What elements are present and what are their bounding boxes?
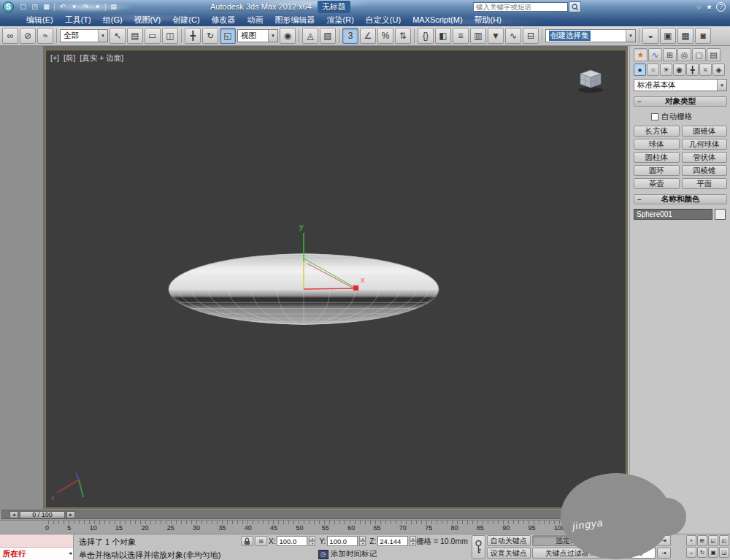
menu-item[interactable]: 自定义(U) — [360, 13, 407, 26]
keyboard-override-icon[interactable]: ▧ — [320, 28, 336, 44]
help-icon[interactable]: ? — [716, 2, 726, 12]
layer-manager-icon[interactable]: ▥ — [470, 28, 486, 44]
object-type-button[interactable]: 长方体 — [634, 126, 680, 137]
listener-scroll-icon[interactable]: ◂ — [69, 550, 72, 556]
reference-coordinate-dropdown[interactable]: 视图 ▾ — [237, 29, 278, 42]
select-and-link-icon[interactable]: ∞ — [2, 28, 18, 44]
object-name-input[interactable] — [634, 209, 712, 220]
undo-menu-icon[interactable]: ▾ — [69, 1, 80, 12]
key-mode-toggle-icon[interactable]: ♦ — [611, 548, 625, 559]
z-spinner[interactable]: ▲▼ — [410, 536, 416, 546]
absolute-mode-icon[interactable]: ⊞ — [255, 536, 267, 546]
y-coordinate-field[interactable] — [327, 536, 358, 546]
schematic-view-icon[interactable]: ⊟ — [523, 28, 539, 44]
go-to-end-icon[interactable]: ⇥ — [657, 535, 671, 546]
x-coordinate-field[interactable] — [277, 536, 307, 546]
menu-item[interactable]: 视图(V) — [128, 13, 167, 26]
bind-to-space-warp-icon[interactable]: ≈ — [37, 28, 53, 44]
set-key-button[interactable]: 设置关键点 — [487, 548, 531, 559]
zoom-extents-icon[interactable]: ◱ — [708, 535, 718, 546]
menu-item[interactable]: 编辑(E) — [20, 13, 59, 26]
tab-hierarchy[interactable]: ⊞ — [663, 48, 677, 61]
snap-toggle-3d-icon[interactable]: 3 — [342, 28, 358, 44]
select-object-icon[interactable]: ↖ — [110, 28, 126, 44]
graphite-ribbon-icon[interactable]: ▼ — [488, 28, 504, 44]
edit-named-selection-sets-icon[interactable]: {} — [418, 28, 434, 44]
redo-menu-icon[interactable]: ▾ — [92, 1, 103, 12]
previous-frame-arrow[interactable]: ◂ — [9, 511, 18, 518]
save-file-icon[interactable]: ▦ — [41, 1, 52, 12]
tab-create[interactable]: ★ — [634, 48, 648, 61]
menu-item[interactable]: 创建(C) — [166, 13, 205, 26]
object-type-button[interactable]: 四棱锥 — [682, 165, 728, 176]
angle-snap-icon[interactable]: ∠ — [360, 28, 376, 44]
curve-editor-icon[interactable]: ∿ — [505, 28, 521, 44]
named-selection-sets-dropdown[interactable]: 创建选择集 ▾ — [545, 29, 636, 42]
tab-motion[interactable]: ◎ — [677, 48, 691, 61]
set-key-big-button[interactable] — [472, 535, 485, 559]
spinner-snap-icon[interactable]: ⇅ — [395, 28, 411, 44]
object-type-button[interactable]: 圆锥体 — [682, 126, 728, 137]
maximize-viewport-icon[interactable]: ▣ — [708, 547, 718, 558]
search-icon[interactable] — [569, 1, 581, 12]
align-icon[interactable]: ≡ — [453, 28, 469, 44]
next-key-icon[interactable]: ⇥ — [657, 548, 671, 559]
listener-script-row[interactable]: 所在行 — [0, 548, 73, 560]
render-production-icon[interactable]: ◙ — [695, 28, 711, 44]
rollout-object-type[interactable]: − 对象类型 — [634, 96, 727, 107]
menu-item[interactable]: 组(G) — [97, 13, 128, 26]
menu-item[interactable]: 渲染(R) — [321, 13, 360, 26]
z-coordinate-field[interactable] — [377, 536, 408, 546]
zoom-region-icon[interactable]: ◰ — [719, 535, 729, 546]
material-editor-icon[interactable]: ◒ — [642, 28, 658, 44]
selection-filter-dropdown[interactable]: 全部 ▾ — [60, 29, 108, 42]
menu-item[interactable]: 动画 — [242, 13, 269, 26]
subcat-geometry-icon[interactable]: ● — [634, 64, 646, 76]
object-type-button[interactable]: 平面 — [682, 178, 728, 189]
play-icon[interactable]: ▶ — [642, 535, 656, 546]
object-type-button[interactable]: 茶壶 — [634, 178, 680, 189]
render-setup-icon[interactable]: ▣ — [660, 28, 676, 44]
use-pivot-center-icon[interactable]: ◉ — [280, 28, 296, 44]
subcat-cameras-icon[interactable]: ◉ — [673, 64, 685, 76]
select-and-rotate-icon[interactable]: ↻ — [202, 28, 218, 44]
zoom-all-icon[interactable]: ⊞ — [697, 535, 707, 546]
select-and-scale-icon[interactable]: ◱ — [220, 28, 236, 44]
workspace-icon[interactable]: ▤ — [108, 1, 119, 12]
select-and-move-icon[interactable]: ╋ — [185, 28, 201, 44]
menu-item[interactable]: 帮助(H) — [469, 13, 507, 26]
mirror-icon[interactable]: ◧ — [435, 28, 451, 44]
viewcube-home-icon[interactable] — [575, 66, 607, 94]
object-type-button[interactable]: 圆柱体 — [634, 152, 680, 163]
rect-selection-region-icon[interactable]: ▭ — [145, 28, 161, 44]
object-color-swatch[interactable] — [715, 209, 726, 220]
selected-object-dropdown[interactable]: 选定对象 — [532, 535, 608, 546]
menu-item[interactable]: 修改器 — [206, 13, 242, 26]
geometry-category-dropdown[interactable]: 标准基本体 ▾ — [634, 79, 727, 91]
object-type-button[interactable]: 球体 — [634, 139, 680, 150]
tab-utilities[interactable]: ▤ — [707, 48, 721, 61]
go-to-start-icon[interactable]: ⇤ — [611, 535, 625, 546]
app-logo-icon[interactable]: S — [3, 1, 14, 12]
maxscript-mini-listener[interactable]: 所在行 ◂ — [0, 534, 74, 560]
viewport-shading-menu[interactable]: [真实 + 边面] — [80, 53, 123, 64]
autogrid-checkbox[interactable]: 自动栅格 — [651, 112, 728, 122]
percent-snap-icon[interactable]: % — [377, 28, 393, 44]
search-input[interactable] — [473, 2, 568, 12]
viewport-general-menu[interactable]: [+] — [50, 53, 59, 64]
y-spinner[interactable]: ▲▼ — [359, 536, 366, 546]
menu-item[interactable]: MAXScript(M) — [407, 13, 468, 26]
current-frame-field[interactable] — [626, 548, 656, 559]
orbit-icon[interactable]: ↻ — [697, 547, 707, 558]
track-bar[interactable]: 0510152025303540455055606570758085909510… — [0, 520, 628, 534]
viewport-front[interactable]: [+] [前] [真实 + 边面] — [45, 50, 626, 508]
x-spinner[interactable]: ▲▼ — [309, 536, 315, 546]
object-type-button[interactable]: 几何球体 — [682, 139, 728, 150]
viewport-pov-menu[interactable]: [前] — [64, 53, 75, 64]
rendered-frame-window-icon[interactable]: ▦ — [677, 28, 694, 44]
subcat-helpers-icon[interactable]: ╋ — [686, 64, 699, 76]
zoom-icon[interactable]: + — [686, 535, 696, 546]
tab-modify[interactable]: ∿ — [648, 48, 662, 61]
time-slider-thumb[interactable]: 0 / 100 — [20, 511, 65, 518]
next-frame-arrow[interactable]: ▸ — [66, 511, 75, 518]
